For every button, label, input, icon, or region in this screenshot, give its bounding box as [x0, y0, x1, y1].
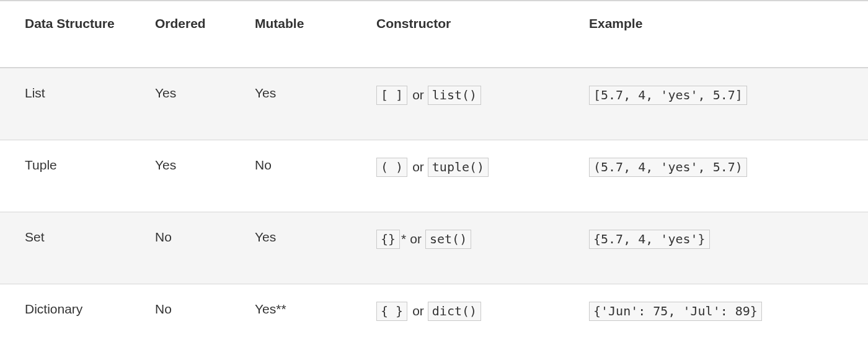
table-row: Tuple Yes No ( )ortuple() (5.7, 4, 'yes'… — [0, 140, 868, 212]
col-header-data-structure: Data Structure — [0, 1, 130, 68]
col-header-example: Example — [564, 1, 868, 68]
cell-mutable: Yes — [230, 212, 352, 284]
ctor-separator: or — [406, 232, 425, 246]
cell-ordered: Yes — [130, 140, 230, 212]
cell-ordered: No — [130, 284, 230, 348]
ctor-separator: or — [409, 160, 428, 174]
table-row: Set No Yes {}*orset() {5.7, 4, 'yes'} — [0, 212, 868, 284]
cell-mutable: No — [230, 140, 352, 212]
ctor-literal: [ ] — [376, 86, 407, 105]
cell-name: List — [0, 68, 130, 140]
ctor-separator: or — [409, 88, 428, 102]
table-row: Dictionary No Yes** { }ordict() {'Jun': … — [0, 284, 868, 348]
cell-constructor: { }ordict() — [352, 284, 564, 348]
example-code: [5.7, 4, 'yes', 5.7] — [589, 86, 747, 105]
table-header-row: Data Structure Ordered Mutable Construct… — [0, 1, 868, 68]
cell-example: [5.7, 4, 'yes', 5.7] — [564, 68, 868, 140]
data-structures-table: Data Structure Ordered Mutable Construct… — [0, 0, 868, 347]
ctor-func: tuple() — [428, 158, 489, 177]
ctor-func: set() — [425, 230, 471, 249]
example-code: {'Jun': 75, 'Jul': 89} — [589, 302, 762, 321]
cell-mutable: Yes — [230, 68, 352, 140]
cell-ordered: Yes — [130, 68, 230, 140]
cell-example: (5.7, 4, 'yes', 5.7) — [564, 140, 868, 212]
cell-constructor: ( )ortuple() — [352, 140, 564, 212]
ctor-literal: { } — [376, 302, 407, 321]
example-code: (5.7, 4, 'yes', 5.7) — [589, 158, 747, 177]
col-header-constructor: Constructor — [352, 1, 564, 68]
cell-name: Tuple — [0, 140, 130, 212]
cell-name: Dictionary — [0, 284, 130, 348]
cell-mutable: Yes** — [230, 284, 352, 348]
cell-constructor: [ ]orlist() — [352, 68, 564, 140]
example-code: {5.7, 4, 'yes'} — [589, 230, 710, 249]
ctor-separator: or — [409, 304, 428, 318]
cell-ordered: No — [130, 212, 230, 284]
cell-example: {'Jun': 75, 'Jul': 89} — [564, 284, 868, 348]
cell-constructor: {}*orset() — [352, 212, 564, 284]
cell-example: {5.7, 4, 'yes'} — [564, 212, 868, 284]
col-header-ordered: Ordered — [130, 1, 230, 68]
ctor-func: list() — [428, 86, 481, 105]
cell-name: Set — [0, 212, 130, 284]
ctor-star: * — [400, 232, 406, 246]
col-header-mutable: Mutable — [230, 1, 352, 68]
ctor-literal: {} — [376, 230, 400, 249]
ctor-literal: ( ) — [376, 158, 407, 177]
ctor-func: dict() — [428, 302, 481, 321]
table-row: List Yes Yes [ ]orlist() [5.7, 4, 'yes',… — [0, 68, 868, 140]
